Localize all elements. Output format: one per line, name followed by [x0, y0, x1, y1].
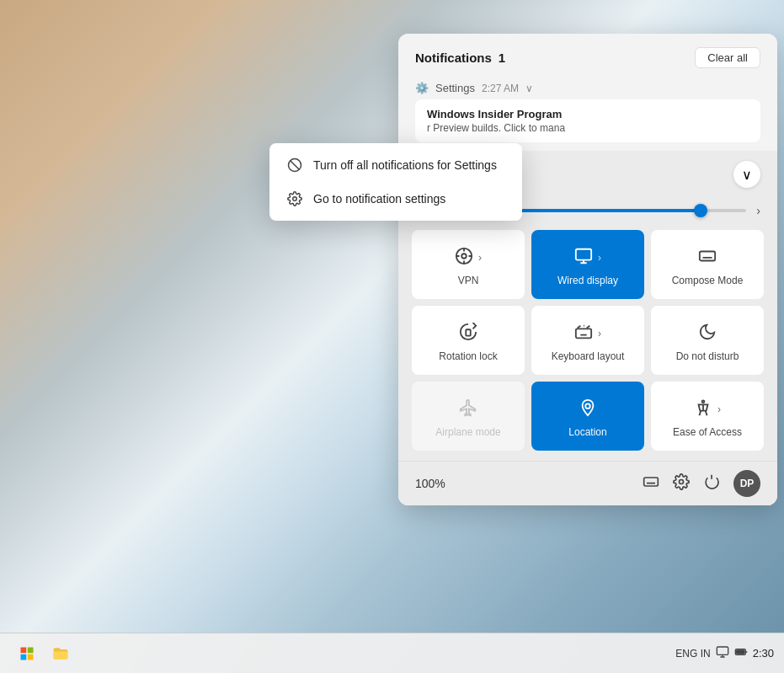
taskbar-right: ENG IN 2:30 — [675, 645, 784, 661]
location-label: Location — [568, 426, 606, 438]
block-circle-icon — [286, 157, 303, 174]
go-to-notification-settings-item[interactable]: Go to notification settings — [269, 182, 522, 216]
quick-tiles-grid: › VPN › Wired display — [398, 230, 777, 461]
svg-rect-14 — [21, 654, 27, 660]
airplane-mode-label: Airplane mode — [435, 426, 500, 438]
bottom-icons-group: DP — [643, 470, 760, 497]
vpn-arrow-icon: › — [478, 252, 482, 264]
taskbar: ENG IN 2:30 — [0, 633, 784, 673]
quick-settings-bottom-bar: 100% — [398, 461, 777, 505]
language-indicator[interactable]: ENG IN — [675, 648, 710, 660]
taskbar-left — [0, 640, 74, 667]
svg-rect-4 — [576, 328, 591, 338]
action-center: Notifications 1 Clear all ⚙️ Settings 2:… — [398, 34, 777, 505]
svg-point-11 — [293, 197, 297, 201]
svg-rect-12 — [21, 647, 27, 653]
keyboard-layout-label: Keyboard layout — [552, 350, 625, 362]
keyboard-layout-tile[interactable]: › Keyboard layout — [531, 306, 644, 375]
moon-icon — [698, 323, 717, 345]
notification-app-name: Settings — [435, 82, 475, 94]
svg-rect-16 — [717, 647, 728, 654]
do-not-disturb-tile[interactable]: Do not disturb — [651, 306, 764, 375]
battery-icon[interactable] — [734, 645, 748, 661]
svg-rect-18 — [736, 650, 744, 654]
svg-point-8 — [680, 479, 684, 483]
svg-rect-15 — [28, 654, 34, 660]
turn-off-notifications-item[interactable]: Turn off all notifications for Settings — [269, 148, 522, 182]
volume-arrow-icon[interactable]: › — [756, 204, 760, 217]
volume-slider-thumb[interactable] — [694, 204, 707, 217]
ease-of-access-tile[interactable]: › Ease of Access — [651, 382, 764, 451]
notification-app-header[interactable]: ⚙️ Settings 2:27 AM ∨ — [415, 77, 760, 99]
notification-time: 2:27 AM — [482, 83, 519, 94]
keyboard-brightness-icon[interactable] — [643, 473, 659, 494]
clock[interactable]: 2:30 — [753, 647, 774, 660]
vpn-icon — [455, 247, 473, 270]
location-tile[interactable]: Location — [531, 382, 644, 451]
brightness-value: 100% — [415, 477, 445, 490]
expand-quick-settings-button[interactable]: ∨ — [733, 161, 760, 188]
notification-group-settings: ⚙️ Settings 2:27 AM ∨ Windows Insider Pr… — [398, 77, 777, 151]
notification-body: r Preview builds. Click to mana — [427, 122, 749, 134]
notification-settings-gear-icon — [286, 190, 303, 207]
notification-count: 1 — [499, 51, 505, 65]
settings-icon[interactable] — [673, 473, 690, 494]
svg-point-5 — [585, 403, 590, 409]
system-tray: ENG IN 2:30 — [675, 645, 774, 661]
context-menu: Turn off all notifications for Settings … — [269, 143, 522, 221]
notifications-label: Notifications — [415, 51, 492, 65]
keyboard-layout-arrow-icon: › — [598, 328, 601, 339]
location-icon — [579, 398, 597, 421]
settings-gear-icon: ⚙️ — [415, 82, 429, 94]
vpn-label: VPN — [458, 275, 479, 286]
airplane-icon — [459, 398, 477, 421]
notifications-header: Notifications 1 Clear all — [398, 34, 777, 77]
accessibility-icon — [694, 398, 712, 421]
network-icon[interactable] — [716, 645, 729, 661]
rotation-lock-label: Rotation lock — [439, 350, 497, 362]
notifications-title: Notifications 1 — [415, 51, 505, 65]
rotation-icon — [459, 323, 477, 345]
display-arrow-icon: › — [598, 252, 601, 264]
do-not-disturb-label: Do not disturb — [676, 350, 739, 362]
display-icon — [574, 247, 593, 270]
go-to-notification-settings-label: Go to notification settings — [313, 192, 445, 206]
chevron-down-icon: ∨ — [742, 167, 752, 183]
svg-line-10 — [291, 161, 300, 170]
svg-rect-7 — [644, 478, 659, 486]
start-button[interactable] — [13, 640, 40, 667]
file-explorer-button[interactable] — [47, 640, 74, 667]
notification-title: Windows Insider Program — [427, 108, 749, 120]
power-icon[interactable] — [703, 473, 720, 494]
svg-point-0 — [461, 254, 467, 259]
notification-card[interactable]: Windows Insider Program r Preview builds… — [415, 99, 760, 142]
svg-rect-1 — [576, 248, 591, 259]
wired-display-tile[interactable]: › Wired display — [531, 230, 644, 299]
svg-rect-13 — [28, 647, 34, 653]
user-avatar[interactable]: DP — [733, 470, 760, 497]
compose-mode-tile[interactable]: Compose Mode — [651, 230, 764, 299]
turn-off-notifications-label: Turn off all notifications for Settings — [313, 158, 497, 172]
clear-all-button[interactable]: Clear all — [695, 47, 760, 68]
svg-rect-3 — [466, 329, 471, 335]
rotation-lock-tile[interactable]: Rotation lock — [412, 306, 525, 375]
vpn-tile[interactable]: › VPN — [412, 230, 525, 299]
ease-of-access-label: Ease of Access — [673, 426, 742, 438]
notification-chevron-icon: ∨ — [525, 83, 533, 94]
svg-rect-2 — [700, 251, 715, 260]
compose-mode-label: Compose Mode — [672, 275, 744, 286]
svg-point-6 — [702, 400, 705, 403]
ease-of-access-arrow-icon: › — [717, 403, 721, 415]
keyboard-icon — [698, 247, 717, 270]
airplane-mode-tile[interactable]: Airplane mode — [412, 382, 525, 451]
wired-display-label: Wired display — [557, 275, 618, 286]
keyboard-layout-icon — [574, 323, 593, 345]
